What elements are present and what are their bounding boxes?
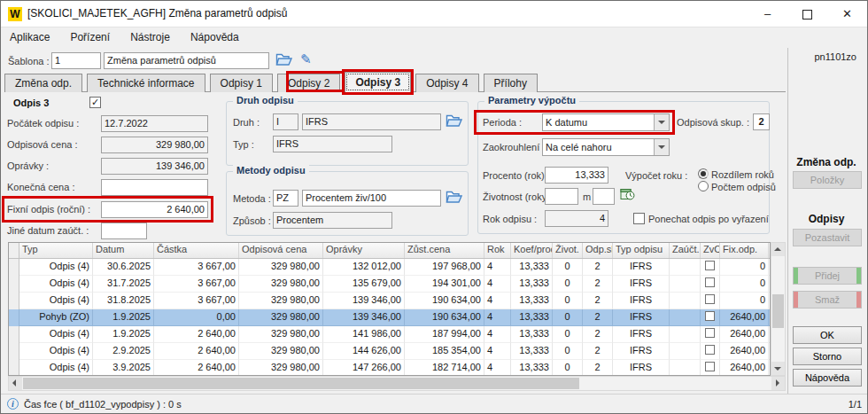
cell: 139 346,00	[323, 309, 405, 326]
cell	[670, 259, 701, 276]
scroll-up-button[interactable]	[771, 243, 785, 256]
cell: Odpis (4)	[19, 293, 93, 309]
fixni-odpis-field[interactable]: 2 640,00	[101, 201, 208, 218]
scroll-left-button[interactable]	[9, 377, 22, 390]
cell: 0	[553, 309, 583, 326]
column-header[interactable]: Odpisová cena	[239, 243, 323, 258]
metoda-name-field[interactable]: Procentem živ/100	[302, 190, 441, 207]
horizontal-scrollbar[interactable]	[8, 376, 786, 391]
row-selector-cell	[9, 293, 19, 309]
tab-technicke-informace[interactable]: Technické informace	[87, 74, 205, 92]
calendar-clock-icon[interactable]	[620, 187, 635, 203]
ok-button[interactable]: OK	[793, 326, 862, 344]
column-header[interactable]: Koef/proc	[511, 243, 553, 258]
cell: 13,333	[511, 293, 553, 309]
ponechat-odpis-checkbox[interactable]	[633, 213, 645, 224]
radio-rozdilem-roku[interactable]	[698, 168, 709, 179]
page-indicator: 1/1	[825, 399, 862, 410]
procento-field[interactable]: 13,333	[545, 167, 608, 184]
table-row[interactable]: Odpis (4)31.8.20253 667,00329 980,00139 …	[9, 293, 770, 309]
close-button[interactable]: ✕	[827, 1, 867, 27]
zvc-checkbox	[705, 277, 715, 287]
odpis3-enabled-checkbox[interactable]: ✓	[89, 97, 101, 108]
table-row[interactable]: Odpis (4)1.9.20252 640,00329 980,00141 9…	[9, 326, 770, 343]
cell: 141 986,00	[323, 326, 405, 343]
column-header[interactable]: Rok	[484, 243, 511, 258]
column-header[interactable]: Život.	[553, 243, 583, 258]
pozastavit-button: Pozastavit	[793, 229, 862, 246]
column-header[interactable]: Zůst.cena	[405, 243, 484, 258]
tab-odpisy-4[interactable]: Odpisy 4	[415, 74, 478, 92]
menu-nastroje[interactable]: Nástroje	[121, 27, 179, 48]
zpusob-label: Způsob :	[233, 215, 271, 226]
konecna-cena-field[interactable]	[101, 179, 208, 196]
scroll-down-button[interactable]	[771, 362, 785, 375]
menu-bar: Aplikace Pořízení Nástroje Nápověda	[1, 27, 867, 48]
maximize-button[interactable]	[787, 1, 827, 27]
tab-odpisy-1[interactable]: Odpisy 1	[210, 74, 273, 92]
cell: 0	[553, 259, 583, 276]
zivotnost-mesice-field[interactable]	[593, 188, 615, 205]
column-header[interactable]: Datum	[93, 243, 154, 258]
table-row[interactable]: Pohyb (ZO)1.9.20250,00329 980,00139 346,…	[9, 309, 770, 326]
open-folder-icon[interactable]	[275, 52, 292, 68]
chevron-down-icon[interactable]	[654, 139, 669, 155]
druh-name-field: IFRS	[302, 113, 441, 130]
title-bar: W [SKOLICI_MAJETEK_AGFH] Změna parametrů…	[1, 1, 867, 27]
menu-napoveda[interactable]: Nápověda	[182, 27, 248, 48]
cell: 329 980,00	[239, 309, 323, 326]
column-header[interactable]: Odp.sk.	[583, 243, 613, 258]
vertical-scroll-thumb[interactable]	[772, 294, 784, 328]
metoda-folder-icon[interactable]	[446, 190, 462, 206]
menu-porizeni[interactable]: Pořízení	[61, 27, 119, 48]
storno-button[interactable]: Storno	[793, 348, 862, 365]
column-header[interactable]: Zaúčt.	[670, 243, 701, 258]
zaokrouhleni-value: Na celé nahoru	[546, 142, 612, 152]
minimize-button[interactable]: –	[748, 1, 787, 27]
metoda-code-field[interactable]: PZ	[273, 190, 298, 207]
edit-pencil-icon[interactable]: ✎	[300, 51, 312, 67]
tab-zmena-odp[interactable]: Změna odp.	[4, 74, 82, 92]
cell: 139 346,00	[323, 293, 405, 309]
radio-poctem-odpisu[interactable]	[698, 181, 709, 191]
zivotnost-roky-field[interactable]	[545, 188, 578, 205]
tab-odpisy-2[interactable]: Odpisy 2	[277, 74, 340, 92]
horizontal-scroll-thumb[interactable]	[23, 378, 579, 389]
cell: 197 968,00	[405, 259, 484, 276]
odpisova-skupina-field[interactable]: 2	[753, 113, 770, 130]
cell: Pohyb (ZO)	[19, 309, 93, 326]
column-header[interactable]: Typ odpisu	[613, 243, 670, 258]
jine-datum-field[interactable]	[101, 223, 147, 239]
cell: 1.9.2025	[93, 326, 154, 343]
perioda-dropdown[interactable]: K datumu	[542, 113, 670, 131]
vertical-scrollbar[interactable]	[771, 242, 786, 376]
druh-folder-icon[interactable]	[446, 113, 462, 129]
column-header[interactable]: Částka	[154, 243, 239, 258]
cell: IFRS	[613, 276, 670, 293]
cell: 329 980,00	[239, 276, 323, 293]
table-row[interactable]: Odpis (4)3.9.20252 640,00329 980,00147 2…	[9, 360, 770, 376]
cell: 3 667,00	[154, 293, 239, 309]
info-icon: i	[7, 398, 19, 410]
template-number-input[interactable]: 1	[51, 52, 101, 69]
druh-label: Druh :	[233, 117, 260, 128]
menu-aplikace[interactable]: Aplikace	[1, 27, 58, 48]
tab-odpisy-3[interactable]: Odpisy 3	[345, 72, 411, 92]
table-row[interactable]: Odpis (4)30.6.20253 667,00329 980,00132 …	[9, 259, 770, 276]
napoveda-button[interactable]: Nápověda	[793, 369, 862, 387]
column-header[interactable]: Typ	[19, 243, 93, 258]
chevron-down-icon[interactable]	[654, 114, 669, 130]
cell: 2	[583, 293, 613, 309]
column-header[interactable]: ZvC	[701, 243, 720, 258]
table-row[interactable]: Odpis (4)2.9.20252 640,00329 980,00144 6…	[9, 343, 770, 360]
scroll-right-button[interactable]	[771, 377, 785, 390]
template-name-input[interactable]: Změna parametrů odpisů	[104, 52, 269, 69]
tab-prilohy[interactable]: Přílohy	[484, 74, 538, 92]
panel-separator	[787, 48, 788, 394]
table-row[interactable]: Odpis (4)31.7.20253 667,00329 980,00135 …	[9, 276, 770, 293]
pocatek-odpisu-field: 12.7.2022	[101, 115, 208, 132]
column-header[interactable]: Oprávky	[323, 243, 405, 258]
cell: Odpis (4)	[19, 326, 93, 343]
zaokrouhleni-dropdown[interactable]: Na celé nahoru	[542, 138, 670, 156]
column-header[interactable]: Fix.odp.	[720, 243, 769, 258]
